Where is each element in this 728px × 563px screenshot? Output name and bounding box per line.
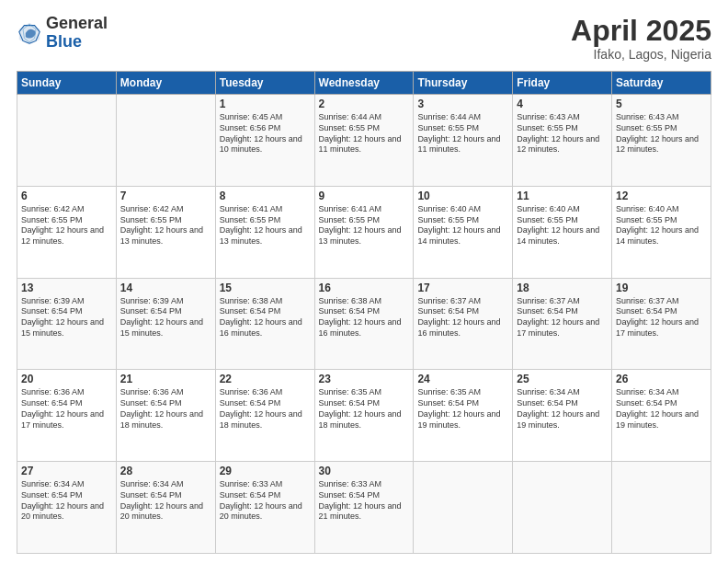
day-number: 27	[21, 465, 112, 477]
day-number: 3	[417, 98, 508, 110]
calendar-cell: 2Sunrise: 6:44 AM Sunset: 6:55 PM Daylig…	[314, 95, 414, 187]
calendar-cell: 18Sunrise: 6:37 AM Sunset: 6:54 PM Dayli…	[513, 278, 612, 370]
day-number: 29	[220, 465, 311, 477]
day-info: Sunrise: 6:45 AM Sunset: 6:56 PM Dayligh…	[220, 112, 311, 155]
day-number: 18	[517, 282, 608, 294]
day-number: 16	[319, 282, 410, 294]
logo: General Blue	[17, 15, 108, 52]
day-info: Sunrise: 6:35 AM Sunset: 6:54 PM Dayligh…	[417, 387, 508, 431]
day-info: Sunrise: 6:37 AM Sunset: 6:54 PM Dayligh…	[417, 296, 508, 339]
day-number: 13	[21, 282, 112, 294]
day-info: Sunrise: 6:41 AM Sunset: 6:55 PM Dayligh…	[319, 204, 410, 247]
calendar-cell	[116, 95, 215, 187]
day-number: 1	[220, 98, 311, 110]
calendar-cell	[612, 462, 711, 554]
day-info: Sunrise: 6:33 AM Sunset: 6:54 PM Dayligh…	[319, 479, 410, 523]
day-number: 10	[417, 190, 508, 202]
day-info: Sunrise: 6:36 AM Sunset: 6:54 PM Dayligh…	[220, 387, 311, 431]
day-number: 28	[120, 465, 211, 477]
calendar-cell: 9Sunrise: 6:41 AM Sunset: 6:55 PM Daylig…	[314, 186, 414, 278]
day-number: 14	[120, 282, 211, 294]
calendar-cell: 1Sunrise: 6:45 AM Sunset: 6:56 PM Daylig…	[215, 95, 314, 187]
day-number: 30	[319, 465, 410, 477]
day-info: Sunrise: 6:39 AM Sunset: 6:54 PM Dayligh…	[120, 296, 211, 339]
day-info: Sunrise: 6:43 AM Sunset: 6:55 PM Dayligh…	[517, 112, 608, 155]
page: General Blue April 2025 Ifako, Lagos, Ni…	[0, 0, 728, 563]
day-info: Sunrise: 6:33 AM Sunset: 6:54 PM Dayligh…	[220, 479, 311, 523]
day-info: Sunrise: 6:40 AM Sunset: 6:55 PM Dayligh…	[417, 204, 508, 247]
calendar-cell: 3Sunrise: 6:44 AM Sunset: 6:55 PM Daylig…	[414, 95, 513, 187]
day-number: 25	[517, 373, 608, 385]
calendar-header-tuesday: Tuesday	[215, 72, 314, 95]
day-number: 24	[417, 373, 508, 385]
day-number: 26	[616, 373, 707, 385]
calendar-cell: 22Sunrise: 6:36 AM Sunset: 6:54 PM Dayli…	[215, 370, 314, 462]
calendar-cell: 27Sunrise: 6:34 AM Sunset: 6:54 PM Dayli…	[17, 462, 117, 554]
day-info: Sunrise: 6:42 AM Sunset: 6:55 PM Dayligh…	[120, 204, 211, 247]
logo-icon	[17, 20, 42, 46]
calendar-cell: 15Sunrise: 6:38 AM Sunset: 6:54 PM Dayli…	[215, 278, 314, 370]
day-info: Sunrise: 6:44 AM Sunset: 6:55 PM Dayligh…	[319, 112, 410, 155]
calendar-cell	[513, 462, 612, 554]
day-info: Sunrise: 6:38 AM Sunset: 6:54 PM Dayligh…	[319, 296, 410, 339]
calendar-header-wednesday: Wednesday	[314, 72, 414, 95]
calendar-cell: 4Sunrise: 6:43 AM Sunset: 6:55 PM Daylig…	[513, 95, 612, 187]
calendar-week-row: 1Sunrise: 6:45 AM Sunset: 6:56 PM Daylig…	[17, 95, 711, 187]
day-info: Sunrise: 6:34 AM Sunset: 6:54 PM Dayligh…	[517, 387, 608, 431]
day-number: 15	[220, 282, 311, 294]
day-info: Sunrise: 6:38 AM Sunset: 6:54 PM Dayligh…	[220, 296, 311, 339]
calendar-week-row: 20Sunrise: 6:36 AM Sunset: 6:54 PM Dayli…	[17, 370, 711, 462]
day-number: 20	[21, 373, 112, 385]
day-info: Sunrise: 6:39 AM Sunset: 6:54 PM Dayligh…	[21, 296, 112, 339]
calendar-header-thursday: Thursday	[414, 72, 513, 95]
header: General Blue April 2025 Ifako, Lagos, Ni…	[17, 15, 711, 62]
calendar-header-friday: Friday	[513, 72, 612, 95]
calendar-cell: 8Sunrise: 6:41 AM Sunset: 6:55 PM Daylig…	[215, 186, 314, 278]
day-number: 21	[120, 373, 211, 385]
calendar-cell: 10Sunrise: 6:40 AM Sunset: 6:55 PM Dayli…	[414, 186, 513, 278]
day-number: 22	[220, 373, 311, 385]
day-info: Sunrise: 6:40 AM Sunset: 6:55 PM Dayligh…	[616, 204, 707, 247]
calendar-cell: 28Sunrise: 6:34 AM Sunset: 6:54 PM Dayli…	[116, 462, 215, 554]
calendar-cell: 23Sunrise: 6:35 AM Sunset: 6:54 PM Dayli…	[314, 370, 414, 462]
day-info: Sunrise: 6:36 AM Sunset: 6:54 PM Dayligh…	[21, 387, 112, 431]
day-number: 17	[417, 282, 508, 294]
calendar-cell: 13Sunrise: 6:39 AM Sunset: 6:54 PM Dayli…	[17, 278, 117, 370]
day-number: 12	[616, 190, 707, 202]
calendar-cell: 16Sunrise: 6:38 AM Sunset: 6:54 PM Dayli…	[314, 278, 414, 370]
day-info: Sunrise: 6:34 AM Sunset: 6:54 PM Dayligh…	[21, 479, 112, 523]
day-info: Sunrise: 6:36 AM Sunset: 6:54 PM Dayligh…	[120, 387, 211, 431]
calendar-header-monday: Monday	[116, 72, 215, 95]
calendar-cell: 12Sunrise: 6:40 AM Sunset: 6:55 PM Dayli…	[612, 186, 711, 278]
calendar-cell: 6Sunrise: 6:42 AM Sunset: 6:55 PM Daylig…	[17, 186, 117, 278]
calendar-cell: 20Sunrise: 6:36 AM Sunset: 6:54 PM Dayli…	[17, 370, 117, 462]
day-number: 6	[21, 190, 112, 202]
day-info: Sunrise: 6:40 AM Sunset: 6:55 PM Dayligh…	[517, 204, 608, 247]
day-info: Sunrise: 6:42 AM Sunset: 6:55 PM Dayligh…	[21, 204, 112, 247]
calendar-cell: 19Sunrise: 6:37 AM Sunset: 6:54 PM Dayli…	[612, 278, 711, 370]
calendar-cell	[17, 95, 117, 187]
day-info: Sunrise: 6:37 AM Sunset: 6:54 PM Dayligh…	[517, 296, 608, 339]
month-title: April 2025	[571, 15, 711, 47]
day-number: 19	[616, 282, 707, 294]
calendar-cell: 25Sunrise: 6:34 AM Sunset: 6:54 PM Dayli…	[513, 370, 612, 462]
calendar-cell: 17Sunrise: 6:37 AM Sunset: 6:54 PM Dayli…	[414, 278, 513, 370]
title-block: April 2025 Ifako, Lagos, Nigeria	[571, 15, 711, 62]
calendar-cell: 14Sunrise: 6:39 AM Sunset: 6:54 PM Dayli…	[116, 278, 215, 370]
calendar-week-row: 13Sunrise: 6:39 AM Sunset: 6:54 PM Dayli…	[17, 278, 711, 370]
day-number: 9	[319, 190, 410, 202]
day-number: 5	[616, 98, 707, 110]
logo-general: General	[46, 15, 108, 33]
day-info: Sunrise: 6:43 AM Sunset: 6:55 PM Dayligh…	[616, 112, 707, 155]
calendar-week-row: 27Sunrise: 6:34 AM Sunset: 6:54 PM Dayli…	[17, 462, 711, 554]
day-number: 7	[120, 190, 211, 202]
day-info: Sunrise: 6:34 AM Sunset: 6:54 PM Dayligh…	[616, 387, 707, 431]
day-info: Sunrise: 6:35 AM Sunset: 6:54 PM Dayligh…	[319, 387, 410, 431]
day-info: Sunrise: 6:34 AM Sunset: 6:54 PM Dayligh…	[120, 479, 211, 523]
calendar-cell: 7Sunrise: 6:42 AM Sunset: 6:55 PM Daylig…	[116, 186, 215, 278]
calendar-cell: 11Sunrise: 6:40 AM Sunset: 6:55 PM Dayli…	[513, 186, 612, 278]
day-info: Sunrise: 6:44 AM Sunset: 6:55 PM Dayligh…	[417, 112, 508, 155]
calendar-cell: 24Sunrise: 6:35 AM Sunset: 6:54 PM Dayli…	[414, 370, 513, 462]
calendar-cell: 26Sunrise: 6:34 AM Sunset: 6:54 PM Dayli…	[612, 370, 711, 462]
day-info: Sunrise: 6:41 AM Sunset: 6:55 PM Dayligh…	[220, 204, 311, 247]
